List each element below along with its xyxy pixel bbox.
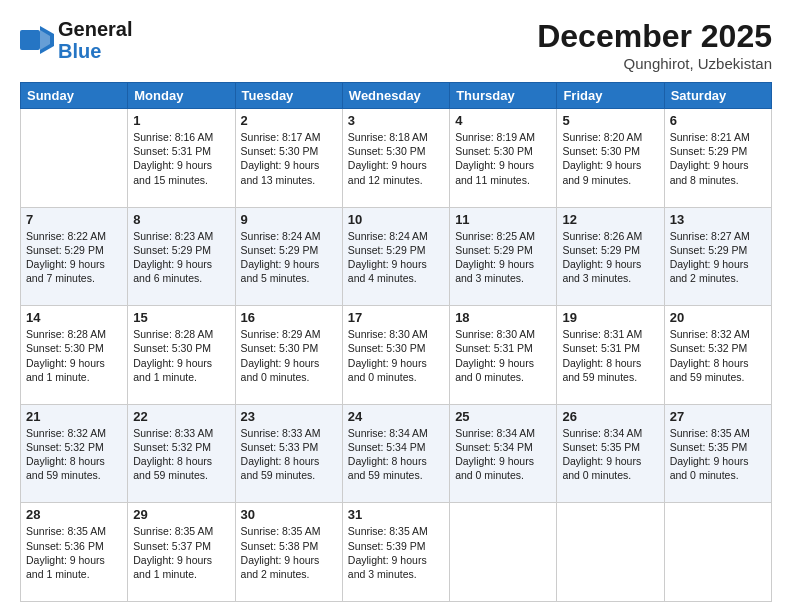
logo-general: General	[58, 18, 132, 40]
cell-info: Sunrise: 8:34 AMSunset: 5:35 PMDaylight:…	[562, 426, 658, 483]
weekday-header-row: SundayMondayTuesdayWednesdayThursdayFrid…	[21, 83, 772, 109]
day-number: 5	[562, 113, 658, 128]
calendar-cell: 8Sunrise: 8:23 AMSunset: 5:29 PMDaylight…	[128, 207, 235, 306]
cell-info: Sunrise: 8:30 AMSunset: 5:31 PMDaylight:…	[455, 327, 551, 384]
cell-info: Sunrise: 8:25 AMSunset: 5:29 PMDaylight:…	[455, 229, 551, 286]
day-number: 17	[348, 310, 444, 325]
day-number: 18	[455, 310, 551, 325]
title-area: December 2025 Qunghirot, Uzbekistan	[537, 18, 772, 72]
cell-info: Sunrise: 8:24 AMSunset: 5:29 PMDaylight:…	[241, 229, 337, 286]
logo: General Blue	[20, 18, 132, 62]
calendar-cell: 4Sunrise: 8:19 AMSunset: 5:30 PMDaylight…	[450, 109, 557, 208]
cell-info: Sunrise: 8:23 AMSunset: 5:29 PMDaylight:…	[133, 229, 229, 286]
day-number: 12	[562, 212, 658, 227]
location: Qunghirot, Uzbekistan	[537, 55, 772, 72]
calendar-cell: 7Sunrise: 8:22 AMSunset: 5:29 PMDaylight…	[21, 207, 128, 306]
day-number: 10	[348, 212, 444, 227]
calendar-cell: 17Sunrise: 8:30 AMSunset: 5:30 PMDayligh…	[342, 306, 449, 405]
day-number: 9	[241, 212, 337, 227]
day-number: 8	[133, 212, 229, 227]
cell-info: Sunrise: 8:35 AMSunset: 5:35 PMDaylight:…	[670, 426, 766, 483]
cell-info: Sunrise: 8:16 AMSunset: 5:31 PMDaylight:…	[133, 130, 229, 187]
day-number: 24	[348, 409, 444, 424]
cell-info: Sunrise: 8:33 AMSunset: 5:33 PMDaylight:…	[241, 426, 337, 483]
month-title: December 2025	[537, 18, 772, 55]
day-number: 13	[670, 212, 766, 227]
cell-info: Sunrise: 8:35 AMSunset: 5:38 PMDaylight:…	[241, 524, 337, 581]
weekday-header-monday: Monday	[128, 83, 235, 109]
cell-info: Sunrise: 8:35 AMSunset: 5:39 PMDaylight:…	[348, 524, 444, 581]
header: General Blue December 2025 Qunghirot, Uz…	[20, 18, 772, 72]
day-number: 29	[133, 507, 229, 522]
calendar-cell: 25Sunrise: 8:34 AMSunset: 5:34 PMDayligh…	[450, 404, 557, 503]
cell-info: Sunrise: 8:31 AMSunset: 5:31 PMDaylight:…	[562, 327, 658, 384]
cell-info: Sunrise: 8:18 AMSunset: 5:30 PMDaylight:…	[348, 130, 444, 187]
cell-info: Sunrise: 8:35 AMSunset: 5:37 PMDaylight:…	[133, 524, 229, 581]
cell-info: Sunrise: 8:24 AMSunset: 5:29 PMDaylight:…	[348, 229, 444, 286]
calendar-cell: 6Sunrise: 8:21 AMSunset: 5:29 PMDaylight…	[664, 109, 771, 208]
calendar-cell: 14Sunrise: 8:28 AMSunset: 5:30 PMDayligh…	[21, 306, 128, 405]
calendar-cell: 2Sunrise: 8:17 AMSunset: 5:30 PMDaylight…	[235, 109, 342, 208]
day-number: 3	[348, 113, 444, 128]
day-number: 14	[26, 310, 122, 325]
day-number: 23	[241, 409, 337, 424]
cell-info: Sunrise: 8:29 AMSunset: 5:30 PMDaylight:…	[241, 327, 337, 384]
cell-info: Sunrise: 8:27 AMSunset: 5:29 PMDaylight:…	[670, 229, 766, 286]
day-number: 22	[133, 409, 229, 424]
day-number: 25	[455, 409, 551, 424]
cell-info: Sunrise: 8:30 AMSunset: 5:30 PMDaylight:…	[348, 327, 444, 384]
calendar-cell: 26Sunrise: 8:34 AMSunset: 5:35 PMDayligh…	[557, 404, 664, 503]
cell-info: Sunrise: 8:20 AMSunset: 5:30 PMDaylight:…	[562, 130, 658, 187]
week-row-2: 7Sunrise: 8:22 AMSunset: 5:29 PMDaylight…	[21, 207, 772, 306]
day-number: 26	[562, 409, 658, 424]
weekday-header-friday: Friday	[557, 83, 664, 109]
cell-info: Sunrise: 8:19 AMSunset: 5:30 PMDaylight:…	[455, 130, 551, 187]
week-row-1: 1Sunrise: 8:16 AMSunset: 5:31 PMDaylight…	[21, 109, 772, 208]
calendar-cell: 15Sunrise: 8:28 AMSunset: 5:30 PMDayligh…	[128, 306, 235, 405]
day-number: 30	[241, 507, 337, 522]
calendar-cell: 16Sunrise: 8:29 AMSunset: 5:30 PMDayligh…	[235, 306, 342, 405]
calendar-cell	[664, 503, 771, 602]
cell-info: Sunrise: 8:22 AMSunset: 5:29 PMDaylight:…	[26, 229, 122, 286]
calendar-cell: 1Sunrise: 8:16 AMSunset: 5:31 PMDaylight…	[128, 109, 235, 208]
calendar-cell: 9Sunrise: 8:24 AMSunset: 5:29 PMDaylight…	[235, 207, 342, 306]
day-number: 19	[562, 310, 658, 325]
calendar-cell	[557, 503, 664, 602]
week-row-5: 28Sunrise: 8:35 AMSunset: 5:36 PMDayligh…	[21, 503, 772, 602]
day-number: 4	[455, 113, 551, 128]
day-number: 20	[670, 310, 766, 325]
day-number: 6	[670, 113, 766, 128]
calendar-cell: 24Sunrise: 8:34 AMSunset: 5:34 PMDayligh…	[342, 404, 449, 503]
weekday-header-sunday: Sunday	[21, 83, 128, 109]
day-number: 1	[133, 113, 229, 128]
calendar: SundayMondayTuesdayWednesdayThursdayFrid…	[20, 82, 772, 602]
weekday-header-thursday: Thursday	[450, 83, 557, 109]
day-number: 21	[26, 409, 122, 424]
weekday-header-wednesday: Wednesday	[342, 83, 449, 109]
cell-info: Sunrise: 8:21 AMSunset: 5:29 PMDaylight:…	[670, 130, 766, 187]
week-row-3: 14Sunrise: 8:28 AMSunset: 5:30 PMDayligh…	[21, 306, 772, 405]
day-number: 7	[26, 212, 122, 227]
cell-info: Sunrise: 8:26 AMSunset: 5:29 PMDaylight:…	[562, 229, 658, 286]
calendar-cell: 18Sunrise: 8:30 AMSunset: 5:31 PMDayligh…	[450, 306, 557, 405]
calendar-cell: 31Sunrise: 8:35 AMSunset: 5:39 PMDayligh…	[342, 503, 449, 602]
calendar-cell: 11Sunrise: 8:25 AMSunset: 5:29 PMDayligh…	[450, 207, 557, 306]
calendar-cell: 22Sunrise: 8:33 AMSunset: 5:32 PMDayligh…	[128, 404, 235, 503]
cell-info: Sunrise: 8:32 AMSunset: 5:32 PMDaylight:…	[670, 327, 766, 384]
calendar-cell: 23Sunrise: 8:33 AMSunset: 5:33 PMDayligh…	[235, 404, 342, 503]
day-number: 15	[133, 310, 229, 325]
day-number: 31	[348, 507, 444, 522]
logo-blue: Blue	[58, 40, 132, 62]
week-row-4: 21Sunrise: 8:32 AMSunset: 5:32 PMDayligh…	[21, 404, 772, 503]
cell-info: Sunrise: 8:32 AMSunset: 5:32 PMDaylight:…	[26, 426, 122, 483]
cell-info: Sunrise: 8:28 AMSunset: 5:30 PMDaylight:…	[133, 327, 229, 384]
page: General Blue December 2025 Qunghirot, Uz…	[0, 0, 792, 612]
cell-info: Sunrise: 8:35 AMSunset: 5:36 PMDaylight:…	[26, 524, 122, 581]
cell-info: Sunrise: 8:17 AMSunset: 5:30 PMDaylight:…	[241, 130, 337, 187]
calendar-cell: 19Sunrise: 8:31 AMSunset: 5:31 PMDayligh…	[557, 306, 664, 405]
calendar-cell: 30Sunrise: 8:35 AMSunset: 5:38 PMDayligh…	[235, 503, 342, 602]
day-number: 28	[26, 507, 122, 522]
calendar-cell	[450, 503, 557, 602]
calendar-cell: 5Sunrise: 8:20 AMSunset: 5:30 PMDaylight…	[557, 109, 664, 208]
calendar-cell: 27Sunrise: 8:35 AMSunset: 5:35 PMDayligh…	[664, 404, 771, 503]
